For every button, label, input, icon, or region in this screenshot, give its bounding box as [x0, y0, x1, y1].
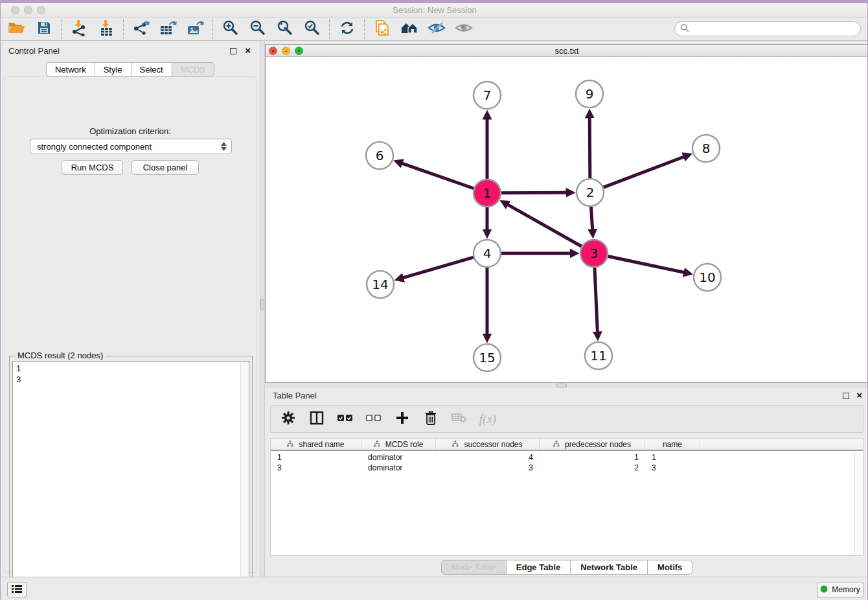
table-row[interactable]: 1dominator411 — [271, 452, 863, 463]
table-cell[interactable]: 3 — [645, 463, 700, 473]
edge-1-6[interactable] — [402, 163, 474, 189]
show-visibility-button[interactable] — [450, 19, 477, 40]
open-file-button[interactable] — [3, 19, 30, 40]
mcds-result-area[interactable]: 1 3 — [12, 361, 249, 600]
edge-4-14[interactable] — [403, 257, 474, 278]
export-network-button[interactable] — [128, 19, 155, 40]
export-image-button[interactable] — [182, 19, 209, 40]
splitter-grabber[interactable] — [556, 384, 567, 387]
home-networks-button[interactable] — [396, 19, 423, 40]
import-table-button[interactable] — [93, 19, 120, 40]
zoom-fit-button[interactable] — [271, 19, 299, 40]
table-cell[interactable]: 1 — [271, 452, 361, 463]
import-table-icon — [98, 19, 115, 39]
zoom-selected-button[interactable] — [299, 19, 326, 40]
hide-visibility-button[interactable] — [423, 19, 450, 40]
window-titlebar[interactable]: Session: New Session — [1, 3, 868, 17]
graph-node-10[interactable]: 10 — [694, 264, 721, 291]
graph-node-4[interactable]: 4 — [474, 240, 501, 267]
tab-select[interactable]: Select — [131, 62, 172, 76]
tab-edge-table[interactable]: Edge Table — [506, 560, 571, 575]
float-panel-icon[interactable] — [230, 48, 236, 54]
export-table-button[interactable] — [155, 19, 182, 40]
edge-3-11[interactable] — [595, 268, 597, 332]
tab-mcds[interactable]: MCDS — [172, 62, 214, 76]
graph-node-6[interactable]: 6 — [366, 142, 393, 169]
toggle-panel-split-button[interactable] — [307, 410, 326, 429]
tab-node-table[interactable]: Node Table — [441, 560, 507, 575]
graph-node-3[interactable]: 3 — [580, 240, 608, 267]
table-cell[interactable]: 1 — [540, 452, 645, 463]
zoom-in-button[interactable] — [217, 19, 244, 40]
tab-network-table[interactable]: Network Table — [570, 560, 648, 575]
import-network-button[interactable] — [65, 19, 93, 40]
import-network-icon — [71, 19, 87, 39]
graph-node-14[interactable]: 14 — [367, 271, 394, 298]
table-cell[interactable]: 3 — [436, 463, 540, 473]
table-cell[interactable]: 3 — [271, 463, 361, 473]
task-list-button[interactable] — [7, 582, 27, 597]
deselect-all-button[interactable] — [364, 410, 383, 429]
run-mcds-button[interactable]: Run MCDS — [62, 160, 123, 175]
memory-button[interactable]: Memory — [817, 582, 863, 597]
duplicate-network-button[interactable] — [369, 19, 396, 40]
close-panel-icon[interactable]: × — [856, 389, 862, 401]
svg-text:7: 7 — [483, 87, 492, 103]
network-graph[interactable]: 1234678910111415 — [266, 57, 868, 382]
edge-2-9[interactable] — [589, 117, 590, 178]
graph-node-1[interactable]: 1 — [474, 179, 501, 207]
tab-motifs[interactable]: Motifs — [647, 560, 692, 575]
delete-button[interactable] — [421, 410, 440, 429]
tab-network[interactable]: Network — [46, 62, 95, 76]
search-input[interactable] — [689, 23, 860, 34]
horizontal-splitter[interactable] — [265, 383, 868, 388]
splitter-grabber[interactable] — [260, 299, 264, 310]
duplicate-network-icon — [374, 19, 391, 40]
graph-node-15[interactable]: 15 — [474, 344, 501, 371]
table-cell[interactable]: 2 — [540, 463, 645, 473]
column-header-successor-nodes[interactable]: successor nodes — [436, 439, 540, 450]
window-title: Session: New Session — [1, 5, 868, 15]
zoom-fit-icon — [277, 19, 293, 39]
column-header-mcds-role[interactable]: MCDS role — [361, 439, 436, 450]
graph-node-7[interactable]: 7 — [474, 82, 501, 109]
save-session-button[interactable] — [30, 19, 58, 40]
table-scrollbar[interactable] — [854, 452, 863, 555]
network-canvas[interactable]: 1234678910111415 — [266, 57, 868, 382]
graph-node-9[interactable]: 9 — [576, 80, 603, 108]
checked-boxes-icon — [337, 413, 353, 425]
edge-3-10[interactable] — [608, 257, 685, 273]
close-panel-button[interactable]: Close panel — [131, 160, 199, 175]
graph-node-11[interactable]: 11 — [585, 342, 612, 369]
search-box[interactable] — [674, 21, 861, 36]
table-cell[interactable]: 1 — [645, 452, 700, 463]
gear-icon — [281, 411, 295, 428]
table-cell[interactable]: 4 — [436, 452, 540, 463]
vertical-splitter[interactable] — [260, 41, 265, 577]
edge-2-3[interactable] — [591, 207, 592, 230]
add-button[interactable] — [393, 410, 412, 429]
edge-2-8[interactable] — [604, 157, 685, 187]
table-row[interactable]: 3dominator323 — [271, 463, 863, 473]
table-cell[interactable]: dominator — [361, 452, 436, 463]
zoom-out-button[interactable] — [244, 19, 271, 40]
graph-node-2[interactable]: 2 — [577, 179, 604, 206]
column-header-name[interactable]: name — [645, 439, 700, 450]
refresh-layout-button[interactable] — [334, 19, 361, 40]
column-header-shared-name[interactable]: shared name — [271, 439, 361, 450]
edge-3-1[interactable] — [507, 205, 581, 247]
table-panel-header: Table Panel × — [265, 389, 868, 402]
column-header-predecessor-nodes[interactable]: predecessor nodes — [540, 439, 645, 450]
edge-1-2[interactable] — [501, 192, 567, 193]
select-all-button[interactable] — [336, 410, 355, 429]
tab-style[interactable]: Style — [95, 62, 131, 76]
close-panel-icon[interactable]: × — [245, 45, 251, 56]
table-cell[interactable]: dominator — [361, 463, 436, 473]
criterion-dropdown[interactable]: strongly connected component — [30, 139, 232, 154]
network-window-titlebar[interactable]: × − + scc.txt — [266, 45, 868, 57]
column-settings-button[interactable] — [279, 410, 298, 429]
table-toolbar: f(x) — [270, 405, 863, 433]
graph-node-8[interactable]: 8 — [692, 135, 720, 162]
result-scrollbar[interactable] — [240, 362, 249, 600]
float-panel-icon[interactable] — [843, 393, 849, 399]
